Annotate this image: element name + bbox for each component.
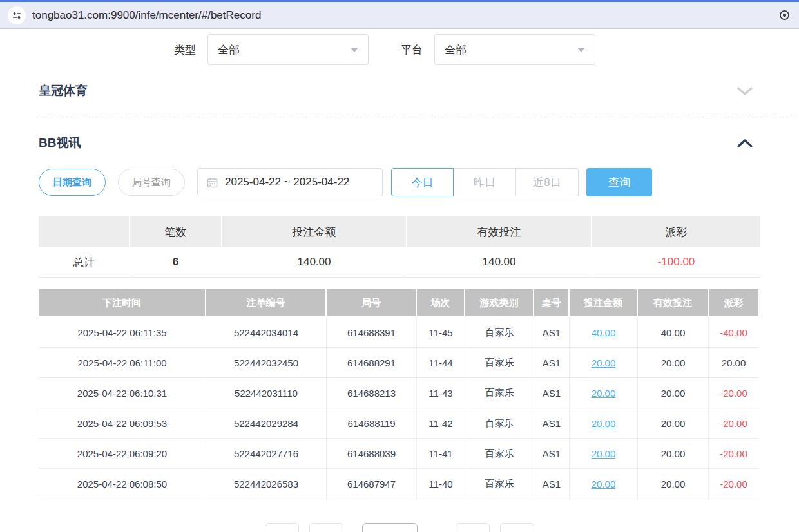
cell-order-no: 522442029284 xyxy=(206,408,327,438)
cell-valid-bet: 40.00 xyxy=(638,318,709,347)
col-header-table-no: 桌号 xyxy=(534,289,570,316)
cell-valid-bet: 20.00 xyxy=(638,408,709,438)
round-query-tab[interactable]: 局号查询 xyxy=(118,169,185,196)
summary-table: 笔数 投注金额 有效投注 派彩 总计 6 140.00 140.00 -100.… xyxy=(39,216,760,278)
site-settings-icon[interactable] xyxy=(8,6,26,24)
cell-payout: -20.00 xyxy=(709,378,758,408)
summary-header-count: 笔数 xyxy=(130,216,222,247)
bet-amount-link[interactable]: 20.00 xyxy=(592,479,616,489)
chevron-up-icon[interactable] xyxy=(736,138,754,148)
tune-sliders-icon xyxy=(12,10,22,21)
bet-amount-link[interactable]: 40.00 xyxy=(592,327,616,338)
cell-round-no: 614688039 xyxy=(327,439,417,468)
cell-session: 11-41 xyxy=(417,439,465,468)
cell-bet-time: 2025-04-22 06:11:00 xyxy=(39,348,206,377)
query-toolbar: 日期查询 局号查询 2025-04-22 ~ 2025-04-22 今日 昨日 … xyxy=(39,168,760,196)
col-header-bet-amount: 投注金额 xyxy=(570,289,638,316)
table-row: 2025-04-22 06:09:20 522442027716 6146880… xyxy=(39,439,758,469)
cell-bet-time: 2025-04-22 06:08:50 xyxy=(39,469,206,499)
cell-game-type: 百家乐 xyxy=(465,318,534,347)
table-row: 2025-04-22 06:11:35 522442034014 6146883… xyxy=(39,318,758,348)
cell-bet-time: 2025-04-22 06:10:31 xyxy=(39,378,206,408)
col-header-game-type: 游戏类别 xyxy=(465,289,534,316)
col-header-valid-bet: 有效投注 xyxy=(638,289,709,316)
cell-table-no: AS1 xyxy=(534,439,570,468)
url-text[interactable]: tongbao31.com:9900/infe/mcenter/#/betRec… xyxy=(32,9,779,22)
summary-header-row: 笔数 投注金额 有效投注 派彩 xyxy=(39,216,760,247)
calendar-icon xyxy=(207,177,218,188)
summary-header-valid-bet: 有效投注 xyxy=(407,216,592,247)
cell-table-no: AS1 xyxy=(534,318,570,347)
cell-round-no: 614688291 xyxy=(327,348,417,377)
cell-payout: 20.00 xyxy=(709,348,758,377)
pagination-last-button[interactable] xyxy=(500,523,534,532)
chevron-down-icon[interactable] xyxy=(736,86,754,96)
section-bb-video[interactable]: BB视讯 xyxy=(39,134,760,152)
browser-url-bar[interactable]: tongbao31.com:9900/infe/mcenter/#/betRec… xyxy=(0,2,799,29)
section-crown-sports[interactable]: 皇冠体育 xyxy=(39,82,760,100)
summary-total-row: 总计 6 140.00 140.00 -100.00 xyxy=(39,247,760,278)
platform-label: 平台 xyxy=(401,43,423,57)
cell-payout: -20.00 xyxy=(709,469,758,499)
bet-amount-link[interactable]: 20.00 xyxy=(592,357,616,368)
platform-select[interactable]: 全部 xyxy=(434,34,595,65)
table-row: 2025-04-22 06:09:53 522442029284 6146881… xyxy=(39,408,758,439)
cell-bet-time: 2025-04-22 06:09:53 xyxy=(39,408,206,438)
date-query-tab[interactable]: 日期查询 xyxy=(39,169,106,196)
bet-amount-link[interactable]: 20.00 xyxy=(592,388,616,399)
summary-header-payout: 派彩 xyxy=(592,216,760,247)
cell-order-no: 522442032450 xyxy=(206,348,327,377)
table-row: 2025-04-22 06:10:31 522442031110 6146882… xyxy=(39,378,758,408)
today-button[interactable]: 今日 xyxy=(391,168,454,196)
summary-payout-value: -100.00 xyxy=(592,247,760,278)
filter-row: 类型 全部 平台 全部 xyxy=(39,34,760,65)
bet-record-page: 类型 全部 平台 全部 皇冠体育 BB视讯 日期查询 局号查询 xyxy=(0,34,760,499)
cell-session: 11-45 xyxy=(417,318,465,347)
bet-amount-link[interactable]: 20.00 xyxy=(592,448,616,459)
summary-bet-amount-value: 140.00 xyxy=(222,247,407,278)
cell-table-no: AS1 xyxy=(534,378,570,408)
section-divider xyxy=(39,115,799,115)
search-button[interactable]: 查询 xyxy=(586,168,652,196)
cell-session: 11-44 xyxy=(417,348,465,377)
cell-round-no: 614688391 xyxy=(327,318,417,347)
cell-table-no: AS1 xyxy=(534,348,570,377)
section-title-crown-sports: 皇冠体育 xyxy=(39,82,88,99)
col-header-session: 场次 xyxy=(417,289,465,316)
cell-game-type: 百家乐 xyxy=(465,378,534,408)
pagination-prev-button[interactable] xyxy=(309,523,343,532)
cell-payout: -20.00 xyxy=(709,439,758,468)
cell-session: 11-40 xyxy=(417,469,465,499)
cell-valid-bet: 20.00 xyxy=(638,348,709,377)
cell-payout: -40.00 xyxy=(709,318,758,347)
bet-records-table: 下注时间 注单编号 局号 场次 游戏类别 桌号 投注金额 有效投注 派彩 202… xyxy=(39,289,758,499)
summary-total-label: 总计 xyxy=(39,247,130,278)
pagination-first-button[interactable] xyxy=(265,523,299,532)
pagination-page-input[interactable] xyxy=(362,523,418,532)
yesterday-button[interactable]: 昨日 xyxy=(454,168,516,196)
summary-count-value: 6 xyxy=(130,247,222,278)
quick-date-group: 今日 昨日 近8日 xyxy=(391,168,579,196)
cell-order-no: 522442027716 xyxy=(206,439,327,468)
target-icon[interactable] xyxy=(779,10,790,21)
cell-game-type: 百家乐 xyxy=(465,439,534,468)
cell-bet-time: 2025-04-22 06:11:35 xyxy=(39,318,206,347)
summary-header-empty xyxy=(39,216,130,247)
cell-order-no: 522442026583 xyxy=(206,469,327,499)
platform-select-value: 全部 xyxy=(445,43,577,57)
col-header-order-no: 注单编号 xyxy=(206,289,327,316)
cell-round-no: 614688213 xyxy=(327,378,417,408)
pagination-next-button[interactable] xyxy=(456,523,490,532)
bet-amount-link[interactable]: 20.00 xyxy=(592,418,616,429)
date-range-picker[interactable]: 2025-04-22 ~ 2025-04-22 xyxy=(197,168,383,196)
cell-payout: -20.00 xyxy=(709,408,758,438)
cell-bet-time: 2025-04-22 06:09:20 xyxy=(39,439,206,468)
cell-game-type: 百家乐 xyxy=(465,348,534,377)
table-row: 2025-04-22 06:11:00 522442032450 6146882… xyxy=(39,348,758,378)
last-8-days-button[interactable]: 近8日 xyxy=(516,168,579,196)
col-header-bet-time: 下注时间 xyxy=(39,289,206,316)
section-title-bb-video: BB视讯 xyxy=(39,135,81,151)
table-row: 2025-04-22 06:08:50 522442026583 6146879… xyxy=(39,469,758,499)
summary-valid-bet-value: 140.00 xyxy=(407,247,592,278)
type-select[interactable]: 全部 xyxy=(207,34,369,65)
